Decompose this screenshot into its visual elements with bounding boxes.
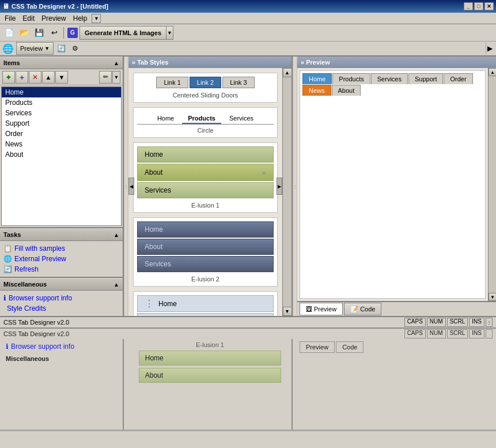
menu-help[interactable]: Help — [70, 14, 91, 23]
right-scroll-down[interactable]: ▼ — [489, 293, 496, 301]
generate-dropdown[interactable]: ▼ — [166, 26, 173, 40]
elusion2-about[interactable]: About — [137, 239, 274, 255]
reflected-left: ℹ Browser support info Miscellaneous — [0, 339, 124, 430]
preview-tabs-row1: Home Products Services Support Order — [300, 71, 485, 84]
items-collapse-btn[interactable]: ▲ — [113, 60, 119, 66]
bullet-about[interactable]: ⋮ About — [137, 313, 274, 316]
status-more: ⋮ — [486, 318, 493, 327]
preview-tab-services[interactable]: Services — [371, 73, 408, 84]
sd-tab-2[interactable]: Link 2 — [190, 77, 221, 88]
menu-edit[interactable]: Edit — [19, 14, 38, 23]
circle-tab-products[interactable]: Products — [182, 114, 221, 124]
settings-icon-btn[interactable]: ⚙ — [69, 42, 81, 55]
preview-tab-about[interactable]: About — [332, 85, 361, 96]
maximize-button[interactable]: □ — [474, 2, 483, 10]
menu-extra[interactable]: ▼ — [92, 14, 101, 23]
move-down-btn[interactable]: ▼ — [55, 71, 68, 84]
external-preview-icon: 🌐 — [3, 255, 12, 263]
left-splitter[interactable]: ⋮ — [124, 57, 128, 316]
open-button[interactable]: 📂 — [17, 26, 31, 40]
reflected-misc: ℹ Browser support info — [2, 341, 120, 352]
reflected-status-indicators: CAPS NUM SCRL INS — [404, 329, 493, 338]
style-credits-btn[interactable]: Style Credits — [3, 303, 119, 314]
style-sliding-doors[interactable]: Link 1 Link 2 Link 3 Centered Sliding Do… — [133, 73, 278, 103]
style-bullet[interactable]: ⋮ Home ⋮ About — [133, 291, 278, 316]
style-elusion1[interactable]: Home About » Services E-lusion 1 — [133, 142, 278, 213]
list-item-news[interactable]: News — [2, 139, 121, 149]
browser-support-btn[interactable]: ℹ Browser support info — [3, 293, 119, 303]
style-circle[interactable]: Home Products Services Circle — [133, 107, 278, 138]
edit-item-btn[interactable]: ✏ — [99, 71, 112, 84]
bullet-home[interactable]: ⋮ Home — [137, 295, 274, 312]
menu-file[interactable]: File — [1, 14, 19, 23]
center-left-collapse[interactable]: ◀ — [128, 178, 134, 195]
center-header-label: » Tab Styles — [132, 59, 168, 66]
reflected-status-text: CSS Tab Designer v2.0 — [3, 330, 69, 337]
save-button[interactable]: 💾 — [32, 26, 46, 40]
bottom-tab-preview[interactable]: 🖼 Preview — [300, 303, 343, 315]
sliding-doors-tabs: Link 1 Link 2 Link 3 — [156, 77, 254, 88]
refresh-icon-btn[interactable]: 🔄 — [55, 42, 67, 55]
circle-tab-services[interactable]: Services — [224, 114, 259, 124]
menu-preview[interactable]: Preview — [38, 14, 70, 23]
elusion2-services[interactable]: Services — [137, 256, 274, 272]
preview-tab-support[interactable]: Support — [408, 73, 444, 84]
undo-button[interactable]: ↩ — [47, 26, 61, 40]
center-scroll-down[interactable]: ▼ — [283, 307, 292, 316]
delete-item-btn[interactable]: ✕ — [29, 71, 41, 84]
preview-tab-products[interactable]: Products — [332, 73, 370, 84]
elusion1-about-arrow: » — [262, 168, 266, 177]
main-toolbar: 📄 📂 💾 ↩ G Generate HTML & Images ▼ — [0, 24, 496, 42]
add-item-blue-btn[interactable]: + — [16, 71, 28, 84]
sd-tab-3[interactable]: Link 3 — [222, 77, 254, 88]
misc-collapse-btn[interactable]: ▲ — [113, 281, 119, 288]
status-text: CSS Tab Designer v2.0 — [3, 319, 69, 326]
window-controls: _ □ ✕ — [464, 2, 494, 10]
list-item-order[interactable]: Order — [2, 129, 121, 139]
generate-button[interactable]: Generate HTML & Images — [79, 26, 166, 40]
elusion1-services[interactable]: Services — [137, 182, 274, 198]
list-item-home[interactable]: Home — [2, 87, 121, 97]
add-item-green-btn[interactable]: ✦ — [2, 71, 15, 84]
circle-tab-home[interactable]: Home — [152, 114, 180, 124]
center-scroll-track[interactable] — [283, 77, 292, 307]
new-button[interactable]: 📄 — [2, 26, 16, 40]
center-right-collapse[interactable]: ▶ — [277, 178, 282, 195]
minimize-button[interactable]: _ — [464, 2, 473, 10]
close-button[interactable]: ✕ — [484, 2, 494, 10]
right-scroll-up[interactable]: ▲ — [489, 68, 496, 76]
preview-button[interactable]: Preview ▼ — [16, 42, 54, 55]
center-scroll-up[interactable]: ▲ — [283, 68, 292, 77]
bullet-home-icon: ⋮ — [145, 298, 154, 309]
external-preview-btn[interactable]: 🌐 External Preview — [3, 254, 119, 264]
bottom-tab-code[interactable]: 📝 Code — [344, 303, 381, 315]
reflected-section: CSS Tab Designer v2.0 CAPS NUM SCRL INS … — [0, 327, 496, 431]
preview-tab-news[interactable]: News — [302, 85, 331, 96]
app-icon: 🖥 — [2, 2, 9, 10]
fill-samples-btn[interactable]: 📋 Fill with samples — [3, 243, 119, 254]
sd-tab-1[interactable]: Link 1 — [156, 77, 188, 88]
tasks-content: 📋 Fill with samples 🌐 External Preview 🔄… — [0, 241, 123, 277]
elusion1-home[interactable]: Home — [137, 146, 274, 163]
right-header: » Preview — [297, 57, 496, 68]
reflected-ins: INS — [469, 329, 484, 338]
style-elusion2[interactable]: Home About Services E-lusion 2 — [133, 217, 278, 287]
refresh-btn[interactable]: 🔄 Refresh — [3, 264, 119, 274]
list-item-services[interactable]: Services — [2, 108, 121, 118]
elusion1-about[interactable]: About » — [137, 164, 274, 181]
browser-support-icon: ℹ — [3, 294, 6, 302]
right-splitter[interactable]: ⋮ — [293, 57, 297, 316]
items-scroll[interactable]: ▼ — [112, 71, 120, 84]
elusion2-label: E-lusion 2 — [191, 276, 219, 283]
list-item-support[interactable]: Support — [2, 118, 121, 129]
right-scroll-track[interactable] — [489, 76, 496, 293]
preview-tab-home[interactable]: Home — [302, 73, 332, 84]
items-toolbar: ✦ + ✕ ▲ ▼ ✏ ▼ — [0, 69, 123, 85]
toolbar-scroll-right[interactable]: ▶ — [486, 43, 494, 54]
list-item-products[interactable]: Products — [2, 97, 121, 108]
preview-tab-order[interactable]: Order — [444, 73, 472, 84]
list-item-about[interactable]: About — [2, 149, 121, 160]
tasks-collapse-btn[interactable]: ▲ — [113, 232, 119, 238]
elusion2-home[interactable]: Home — [137, 221, 274, 238]
move-up-btn[interactable]: ▲ — [42, 71, 55, 84]
